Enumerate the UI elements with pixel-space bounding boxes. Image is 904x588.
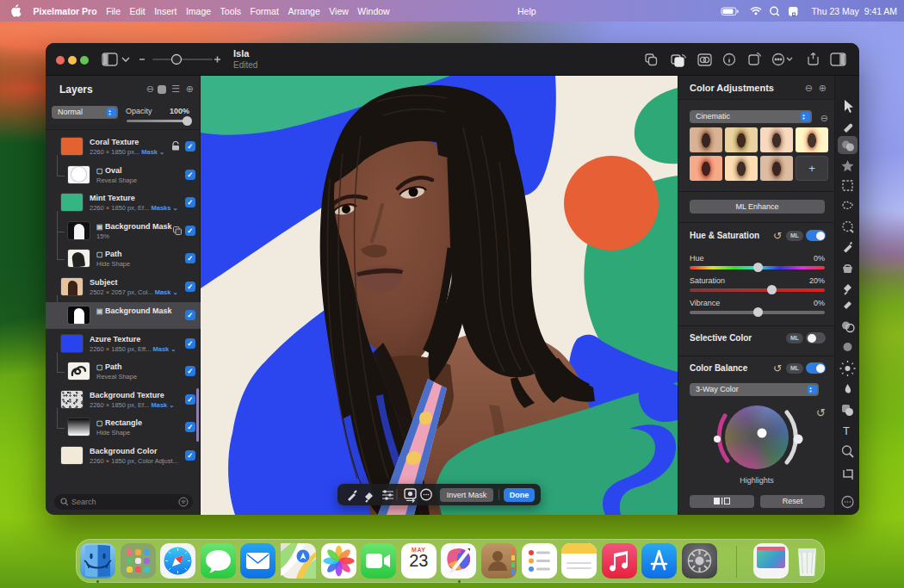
svg-text:↺: ↺: [816, 406, 826, 419]
svg-text:T: T: [843, 424, 850, 437]
